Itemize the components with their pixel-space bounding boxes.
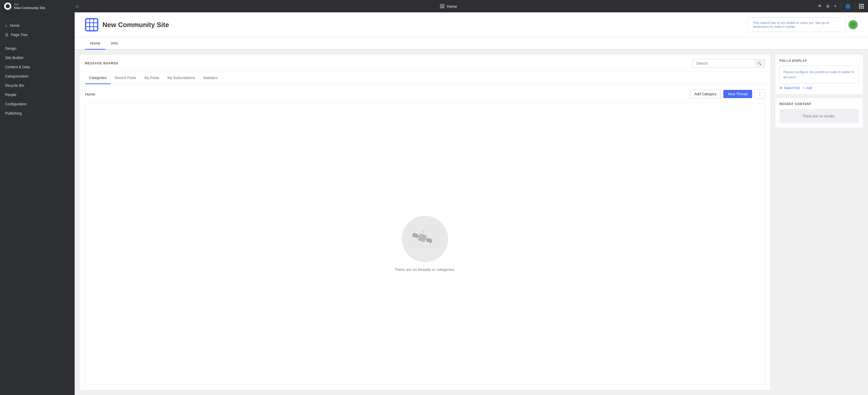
page-tree-icon: ☰	[5, 33, 8, 37]
polls-display-panel: POLLS DISPLAY Please configure this port…	[775, 55, 863, 94]
mb-section-title: MESSAGE BOARDS	[85, 62, 118, 65]
topbar-center: Home	[79, 4, 818, 9]
search-button[interactable]: 🔍	[754, 59, 765, 68]
satellite-icon: + + + + + ✦ +	[409, 223, 440, 254]
nav-item-home[interactable]: Home	[85, 37, 105, 50]
topbar-left: Site New Community Site ⊙	[4, 3, 79, 10]
sidebar-item-people[interactable]: People ›	[0, 90, 75, 99]
sidebar-recycle-label: Recycle Bin	[5, 84, 24, 88]
add-poll-button[interactable]: + Add	[803, 86, 812, 90]
nav-item-wiki[interactable]: Wiki	[105, 37, 123, 50]
polls-display-title: POLLS DISPLAY	[779, 59, 859, 63]
mb-empty-text: There are no threads or categories.	[395, 267, 455, 272]
sidebar-publishing-label: Publishing	[5, 111, 22, 115]
chevron-right-icon: ›	[68, 102, 69, 106]
empty-illustration: + + + + + ✦ +	[402, 216, 448, 262]
tab-my-posts[interactable]: My Posts	[140, 72, 163, 84]
sidebar-config-label: Configuration	[5, 102, 27, 106]
sidebar-item-home[interactable]: ⌂ Home	[0, 21, 75, 30]
polls-display-notice: Please configure this portlet to make it…	[779, 66, 859, 84]
sidebar-categorization-label: Categorization	[5, 74, 28, 78]
right-panels: POLLS DISPLAY Please configure this port…	[775, 55, 863, 390]
page-content: MESSAGE BOARDS 🔍 Categories Recent Posts…	[75, 50, 868, 395]
main-layout: ⌂ Home ☰ Page Tree Design › Site Builder…	[0, 12, 868, 395]
topbar: Site New Community Site ⊙ Home 👁 ⚙ + 🌐	[0, 0, 868, 12]
sidebar-item-categorization[interactable]: Categorization ›	[0, 71, 75, 81]
mb-header: MESSAGE BOARDS 🔍	[80, 55, 770, 72]
site-title: New Community Site	[102, 21, 169, 29]
chevron-right-icon: ›	[68, 65, 69, 69]
chevron-right-icon: ›	[68, 84, 69, 87]
new-thread-button[interactable]: New Thread	[723, 90, 752, 98]
svg-text:+: +	[435, 235, 436, 237]
avatar	[848, 20, 858, 29]
select-poll-button[interactable]: ⚙ Select Poll	[779, 86, 800, 90]
message-boards-panel: MESSAGE BOARDS 🔍 Categories Recent Posts…	[80, 55, 770, 390]
site-header-right: This search bar is not visible to users …	[747, 18, 858, 32]
content-area: New Community Site This search bar is no…	[75, 12, 868, 395]
svg-text:+: +	[434, 242, 435, 245]
topbar-divider	[841, 4, 841, 9]
plus-icon: +	[803, 86, 805, 90]
topbar-site-label: Site	[14, 3, 45, 6]
topbar-logo-inner	[6, 4, 10, 8]
svg-text:+: +	[429, 245, 430, 247]
recent-content-title: RECENT CONTENT	[779, 102, 859, 106]
sidebar-item-design[interactable]: Design ›	[0, 44, 75, 53]
mb-body: Home Add Category New Thread ⋮ +	[80, 84, 770, 390]
tab-categories[interactable]: Categories	[85, 72, 111, 84]
sidebar-item-publishing[interactable]: Publishing ›	[0, 109, 75, 118]
avatar-inner	[850, 22, 856, 27]
gear-icon[interactable]: ⚙	[826, 4, 830, 9]
site-nav: Home Wiki	[75, 37, 868, 50]
chevron-right-icon: ›	[68, 74, 69, 78]
gear-icon: ⚙	[779, 86, 782, 90]
sidebar-divider	[0, 41, 75, 42]
mb-tabs: Categories Recent Posts My Posts My Subs…	[80, 72, 770, 84]
sidebar-item-recycle-bin[interactable]: Recycle Bin ›	[0, 81, 75, 90]
sidebar-sitebuilder-label: Site Builder	[5, 56, 24, 60]
apps-grid-icon[interactable]	[859, 4, 864, 9]
chevron-right-icon: ›	[68, 112, 69, 115]
sidebar-item-site-builder[interactable]: Site Builder ›	[0, 53, 75, 62]
polls-display-actions: ⚙ Select Poll + Add	[779, 86, 859, 90]
globe-icon[interactable]: 🌐	[845, 4, 850, 9]
mb-empty-state: + + + + + ✦ +	[85, 103, 765, 385]
site-logo	[85, 18, 98, 31]
sidebar-item-configuration[interactable]: Configuration ›	[0, 99, 75, 109]
sidebar-section: Design › Site Builder › Content & Data ›…	[0, 44, 75, 118]
svg-text:+: +	[431, 227, 433, 229]
site-settings-icon[interactable]: ⊙	[75, 4, 79, 9]
sidebar-page-tree-label: Page Tree	[11, 33, 28, 37]
chevron-right-icon: ›	[68, 56, 69, 59]
home-icon: ⌂	[5, 24, 7, 28]
tab-recent-posts[interactable]: Recent Posts	[111, 72, 140, 84]
topbar-page-title: Home	[447, 4, 457, 8]
more-options-button[interactable]: ⋮	[755, 89, 765, 99]
mb-action-buttons: Add Category New Thread ⋮	[690, 89, 765, 99]
topbar-site-info: Site New Community Site	[14, 3, 45, 10]
tab-my-subscriptions[interactable]: My Subscriptions	[163, 72, 199, 84]
sidebar-header	[0, 12, 75, 21]
sidebar-item-content-data[interactable]: Content & Data ›	[0, 62, 75, 71]
topbar-logo	[4, 3, 11, 10]
tab-statistics[interactable]: Statistics	[199, 72, 222, 84]
topbar-site-name: New Community Site	[14, 6, 45, 10]
search-input[interactable]	[692, 59, 754, 68]
page-icon	[440, 4, 445, 9]
sidebar-content-label: Content & Data	[5, 65, 30, 69]
topbar-divider-2	[855, 4, 855, 9]
sidebar-people-label: People	[5, 93, 17, 97]
add-category-button[interactable]: Add Category	[690, 90, 721, 98]
recent-content-panel: RECENT CONTENT There are no results.	[775, 98, 863, 127]
sidebar-home-label: Home	[10, 24, 19, 28]
site-header: New Community Site This search bar is no…	[75, 12, 868, 37]
add-poll-label: Add	[806, 86, 812, 90]
plus-icon[interactable]: +	[834, 3, 837, 9]
svg-text:✦: ✦	[417, 233, 418, 234]
mb-search: 🔍	[692, 59, 765, 68]
svg-text:+: +	[415, 244, 416, 246]
eye-icon[interactable]: 👁	[818, 4, 822, 8]
site-header-left: New Community Site	[85, 18, 169, 31]
sidebar-item-page-tree[interactable]: ☰ Page Tree	[0, 30, 75, 39]
